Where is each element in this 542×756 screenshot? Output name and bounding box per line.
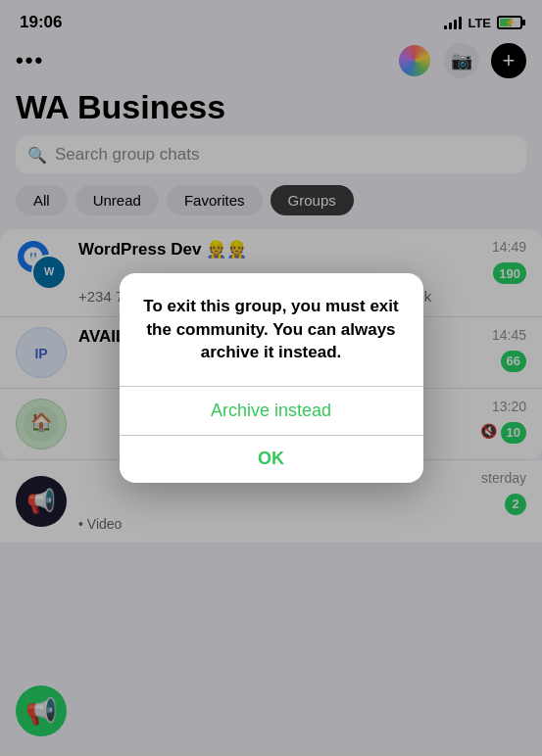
exit-group-modal: To exit this group, you must exit the co… [120, 273, 423, 483]
modal-message: To exit this group, you must exit the co… [143, 295, 400, 364]
ok-button[interactable]: OK [120, 435, 423, 483]
modal-overlay: To exit this group, you must exit the co… [0, 0, 542, 756]
modal-body: To exit this group, you must exit the co… [120, 273, 423, 370]
archive-instead-button[interactable]: Archive instead [120, 387, 423, 435]
